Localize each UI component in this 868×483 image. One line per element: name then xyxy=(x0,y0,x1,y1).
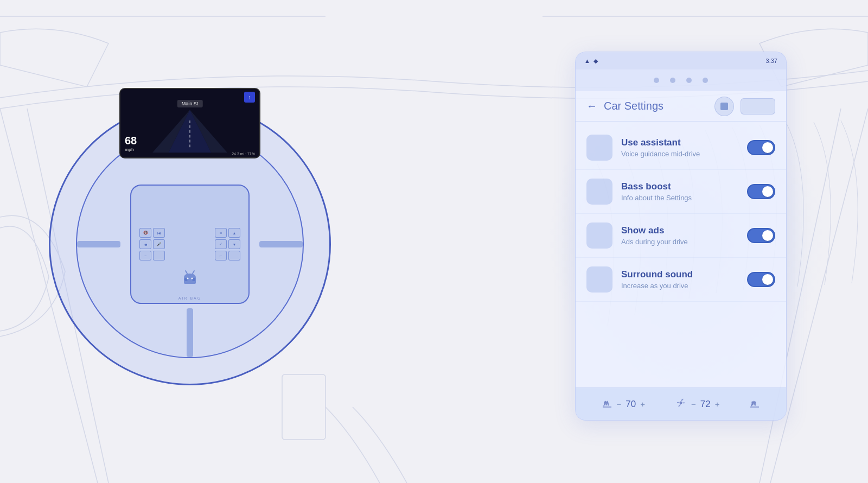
fan-minus[interactable]: − xyxy=(691,399,696,409)
volume-down-button[interactable]: − xyxy=(139,251,151,260)
android-logo xyxy=(180,269,200,292)
volume-up-button[interactable] xyxy=(153,251,165,260)
dot-3 xyxy=(686,78,692,83)
climate-fan: − 72 + xyxy=(675,397,719,411)
header-action-button[interactable] xyxy=(741,98,775,115)
setting-text-show-ads: Show ads Ads during your drive xyxy=(621,225,738,246)
setting-icon-show-ads xyxy=(586,223,612,249)
svg-text:↑: ↑ xyxy=(248,94,251,100)
setting-text-use-assistant: Use assistant Voice guidance mid-drive xyxy=(621,137,738,158)
climate-left: − 70 + xyxy=(602,397,645,411)
time-display: 3:37 xyxy=(766,58,777,64)
setting-icon-bass-boost xyxy=(586,179,612,205)
setting-title-show-ads: Show ads xyxy=(621,225,738,236)
spoke-right xyxy=(259,241,303,247)
setting-title-surround-sound: Surround sound xyxy=(621,269,738,280)
climate-right xyxy=(749,397,760,411)
settings-list: Use assistant Voice guidance mid-drive B… xyxy=(576,122,786,387)
setting-title-bass-boost: Bass boost xyxy=(621,181,738,192)
heat-left-plus[interactable]: + xyxy=(640,399,645,409)
heat-left-value: 70 xyxy=(626,399,636,410)
svg-rect-15 xyxy=(720,103,728,110)
extra-button[interactable] xyxy=(228,251,240,260)
svg-point-16 xyxy=(680,402,682,404)
svg-point-13 xyxy=(187,278,189,279)
status-bar: ▲ ◆ 3:37 xyxy=(576,52,786,69)
panel-title: Car Settings xyxy=(604,100,708,112)
steering-inner-ring: P D ■ 75° Main St 68 xyxy=(76,130,304,358)
setting-icon-use-assistant xyxy=(586,135,612,161)
heat-left-minus[interactable]: − xyxy=(617,399,622,409)
setting-icon-surround-sound xyxy=(586,266,612,293)
steering-hub: 🔇 ⏭ ⏮ 🎤 − ≡ ▲ ✓ ▼ ← xyxy=(130,185,250,304)
toggle-use-assistant[interactable] xyxy=(747,140,775,155)
signal-icon: ▲ xyxy=(584,58,590,64)
mute-button[interactable]: 🔇 xyxy=(139,228,151,238)
toggle-show-ads[interactable] xyxy=(747,228,775,243)
toggle-surround-sound[interactable] xyxy=(747,272,775,287)
settings-panel: ▲ ◆ 3:37 ← Car Settings Use assistant Vo… xyxy=(575,52,787,421)
back-button[interactable]: ← xyxy=(586,100,597,112)
setting-subtitle-surround-sound: Increase as you drive xyxy=(621,282,738,290)
dot-2 xyxy=(670,78,675,83)
heat-left-icon xyxy=(602,397,612,411)
panel-header: ← Car Settings xyxy=(576,91,786,122)
toggle-bass-boost[interactable] xyxy=(747,184,775,199)
setting-item-bass-boost: Bass boost Info about the Settings xyxy=(576,170,786,214)
setting-subtitle-show-ads: Ads during your drive xyxy=(621,238,738,246)
back-nav-button[interactable]: ← xyxy=(215,251,227,260)
nav-screen: Main St 68 mph xyxy=(120,89,259,157)
spoke-bottom xyxy=(187,308,193,357)
dot-1 xyxy=(654,78,659,83)
check-button[interactable]: ✓ xyxy=(215,239,227,249)
fan-value: 72 xyxy=(700,399,711,410)
setting-item-use-assistant: Use assistant Voice guidance mid-drive xyxy=(576,126,786,170)
heat-right-icon xyxy=(749,397,760,411)
speed-display: 68 mph xyxy=(125,135,137,152)
skip-back-button[interactable]: ⏮ xyxy=(139,239,151,249)
fan-icon xyxy=(675,397,687,411)
menu-button[interactable]: ≡ xyxy=(215,228,227,238)
svg-point-14 xyxy=(192,278,193,279)
setting-item-surround-sound: Surround sound Increase as you drive xyxy=(576,258,786,302)
svg-line-11 xyxy=(186,271,187,274)
steering-buttons-right: ≡ ▲ ✓ ▼ ← xyxy=(215,228,240,260)
airbag-label: AIR BAG xyxy=(178,296,201,300)
setting-item-show-ads: Show ads Ads during your drive xyxy=(576,214,786,258)
setting-subtitle-use-assistant: Voice guidance mid-drive xyxy=(621,150,738,158)
setting-title-use-assistant: Use assistant xyxy=(621,137,738,148)
setting-text-bass-boost: Bass boost Info about the Settings xyxy=(621,181,738,202)
fan-plus[interactable]: + xyxy=(715,399,720,409)
up-button[interactable]: ▲ xyxy=(228,228,240,238)
spoke-left xyxy=(77,241,120,247)
steering-buttons-left: 🔇 ⏭ ⏮ 🎤 − xyxy=(139,228,165,260)
setting-subtitle-bass-boost: Info about the Settings xyxy=(621,194,738,202)
skip-forward-button[interactable]: ⏭ xyxy=(153,228,165,238)
down-button[interactable]: ▼ xyxy=(228,239,240,249)
setting-text-surround-sound: Surround sound Increase as you drive xyxy=(621,269,738,290)
dot-4 xyxy=(703,78,708,83)
steering-outer-ring: P D ■ 75° Main St 68 xyxy=(49,103,331,385)
wifi-icon: ◆ xyxy=(593,58,598,65)
panel-dots-row xyxy=(576,69,786,91)
status-icons: ▲ ◆ xyxy=(584,58,598,65)
svg-line-12 xyxy=(193,271,194,274)
stop-button[interactable] xyxy=(714,97,734,116)
climate-bar: − 70 + − 72 + xyxy=(576,387,786,420)
phone-display: P D ■ 75° Main St 68 xyxy=(119,88,260,158)
voice-button[interactable]: 🎤 xyxy=(153,239,165,249)
steering-wheel-area: P D ■ 75° Main St 68 xyxy=(33,33,347,456)
